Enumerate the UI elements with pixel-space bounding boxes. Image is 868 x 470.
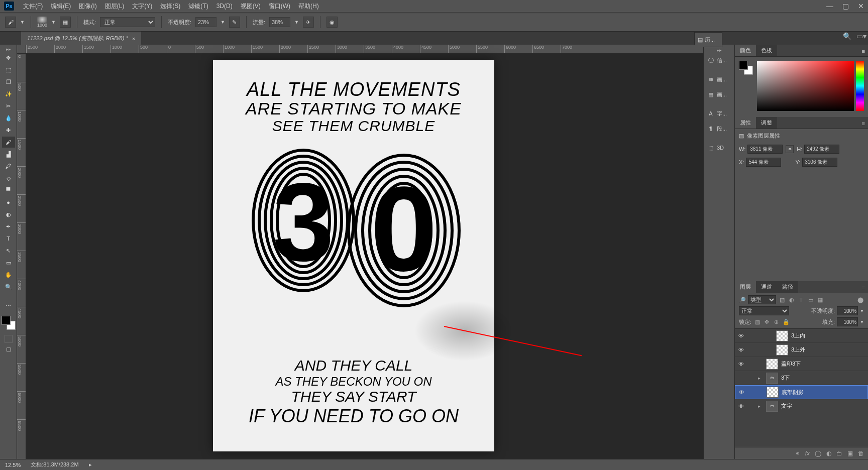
fg-color-swatch[interactable]: [2, 316, 11, 325]
chevron-down-icon[interactable]: ▼: [20, 20, 25, 25]
filter-type-icon[interactable]: T: [797, 296, 805, 304]
visibility-icon[interactable]: 👁: [737, 389, 745, 395]
new-layer-icon[interactable]: ▣: [847, 450, 853, 457]
width-input[interactable]: [747, 145, 783, 154]
ruler-origin[interactable]: [17, 45, 26, 54]
collapse-handle-icon[interactable]: ▸▸: [704, 48, 734, 53]
chevron-down-icon[interactable]: ▼: [51, 20, 56, 25]
visibility-icon[interactable]: 👁: [737, 361, 745, 367]
quickmask-icon[interactable]: [5, 335, 13, 343]
window-minimize-icon[interactable]: —: [826, 2, 833, 10]
blur-tool-icon[interactable]: ●: [2, 197, 15, 208]
y-input[interactable]: [802, 158, 837, 167]
pressure-opacity-icon[interactable]: ✎: [229, 17, 240, 28]
color-swatches[interactable]: [2, 316, 16, 330]
blend-mode-select[interactable]: 正常: [100, 17, 155, 27]
path-select-tool-icon[interactable]: ↖: [2, 245, 15, 256]
hand-tool-icon[interactable]: ✋: [2, 269, 15, 280]
zoom-tool-icon[interactable]: 🔍: [2, 281, 15, 292]
airbrush-icon[interactable]: ✈: [303, 17, 314, 28]
pressure-size-icon[interactable]: ◉: [327, 17, 338, 28]
tab-swatches[interactable]: 色板: [756, 45, 777, 56]
tab-adjustments[interactable]: 调整: [756, 117, 777, 129]
visibility-icon[interactable]: 👁: [737, 333, 745, 339]
link-icon[interactable]: ⚭: [786, 145, 794, 153]
filter-smart-icon[interactable]: ▦: [816, 296, 824, 304]
layer-thumbnail[interactable]: [766, 359, 778, 370]
history-brush-tool-icon[interactable]: 🖍: [2, 161, 15, 172]
tab-channels[interactable]: 通道: [756, 281, 777, 293]
edit-toolbar-icon[interactable]: ⋯: [2, 300, 15, 311]
crop-tool-icon[interactable]: ✂: [2, 100, 15, 111]
window-maximize-icon[interactable]: ▢: [842, 2, 849, 10]
tab-layers[interactable]: 图层: [735, 281, 756, 293]
folder-icon[interactable]: 🗀: [766, 373, 778, 384]
layers-list[interactable]: 👁3上内👁3上外👁盖印3下▸🗀3下👁底部阴影👁▸🗀文字: [735, 329, 868, 447]
pen-tool-icon[interactable]: ✒: [2, 221, 15, 232]
character-panel-tab[interactable]: A字...: [704, 106, 734, 121]
brush-tool-icon[interactable]: 🖌: [2, 137, 15, 148]
layer-blend-select[interactable]: 正常: [739, 306, 789, 315]
eyedropper-tool-icon[interactable]: 💧: [2, 112, 15, 124]
magic-wand-tool-icon[interactable]: ✨: [2, 88, 15, 99]
panel-menu-icon[interactable]: ≡: [859, 283, 868, 293]
layer-row[interactable]: 👁3上内: [735, 329, 868, 343]
doc-info[interactable]: 文档:81.3M/238.2M: [31, 461, 78, 468]
stamp-tool-icon[interactable]: ▟: [2, 149, 15, 160]
chevron-down-icon[interactable]: ▼: [294, 20, 299, 25]
close-icon[interactable]: ×: [132, 36, 135, 42]
layer-name[interactable]: 文字: [781, 402, 792, 410]
link-layers-icon[interactable]: ⚭: [795, 450, 800, 457]
healing-tool-icon[interactable]: ✚: [2, 125, 15, 136]
menu-file[interactable]: 文件(F): [19, 2, 47, 11]
layer-name[interactable]: 盖印3下: [781, 360, 801, 368]
layer-thumbnail[interactable]: [776, 344, 788, 356]
opacity-input[interactable]: [195, 17, 216, 27]
layer-name[interactable]: 3上内: [791, 332, 805, 339]
layer-row[interactable]: 👁3上外: [735, 343, 868, 357]
x-input[interactable]: [746, 158, 781, 167]
search-icon[interactable]: 🔎: [739, 297, 746, 303]
color-field[interactable]: [757, 61, 854, 111]
gradient-tool-icon[interactable]: ▀: [2, 185, 15, 196]
marquee-tool-icon[interactable]: ⬚: [2, 64, 15, 75]
hue-slider[interactable]: [856, 61, 864, 111]
layer-name[interactable]: 3上外: [791, 346, 805, 354]
lasso-tool-icon[interactable]: ❐: [2, 76, 15, 87]
fx-icon[interactable]: fx: [805, 450, 810, 457]
layer-filter-kind[interactable]: 类型: [748, 295, 776, 304]
menu-select[interactable]: 选择(S): [156, 2, 184, 11]
brush-preview-icon[interactable]: [37, 17, 47, 23]
menu-3d[interactable]: 3D(D): [212, 3, 237, 10]
adjustment-icon[interactable]: ◐: [826, 450, 831, 457]
expand-icon[interactable]: ▸: [758, 376, 763, 381]
shape-tool-icon[interactable]: ▭: [2, 257, 15, 268]
lock-pixels-icon[interactable]: ▧: [753, 318, 761, 326]
layer-row[interactable]: ▸🗀3下: [735, 371, 868, 385]
panel-menu-icon[interactable]: ≡: [859, 119, 868, 129]
screenmode-icon[interactable]: ▢: [2, 343, 15, 355]
brush-panel-icon[interactable]: ▦: [60, 17, 71, 28]
type-tool-icon[interactable]: T: [2, 233, 15, 244]
workspace-switcher-icon[interactable]: ▭▾: [856, 32, 866, 42]
expand-icon[interactable]: ▸: [758, 404, 763, 409]
folder-icon[interactable]: 🗀: [766, 401, 778, 412]
filter-adjust-icon[interactable]: ◐: [788, 296, 795, 304]
visibility-icon[interactable]: 👁: [737, 347, 745, 353]
layer-opacity-input[interactable]: [837, 306, 858, 315]
chevron-right-icon[interactable]: ▸: [89, 461, 99, 468]
chevron-down-icon[interactable]: ▼: [221, 20, 225, 25]
menu-window[interactable]: 窗口(W): [265, 2, 294, 11]
panel-menu-icon[interactable]: ≡: [859, 46, 868, 56]
window-close-icon[interactable]: ✕: [858, 2, 864, 10]
menu-view[interactable]: 视图(V): [237, 2, 265, 11]
collapse-handle-icon[interactable]: ▸▸: [6, 47, 11, 52]
filter-toggle-icon[interactable]: ⬤: [856, 296, 864, 304]
ruler-horizontal[interactable]: 2500200015001000500050010001500200025003…: [26, 45, 703, 54]
layer-thumbnail[interactable]: [776, 330, 788, 341]
menu-help[interactable]: 帮助(H): [294, 2, 323, 11]
mask-icon[interactable]: ◯: [815, 450, 821, 457]
zoom-level[interactable]: 12.5%: [5, 462, 21, 468]
tab-properties[interactable]: 属性: [735, 117, 756, 129]
tool-preset-icon[interactable]: 🖌: [5, 17, 16, 28]
